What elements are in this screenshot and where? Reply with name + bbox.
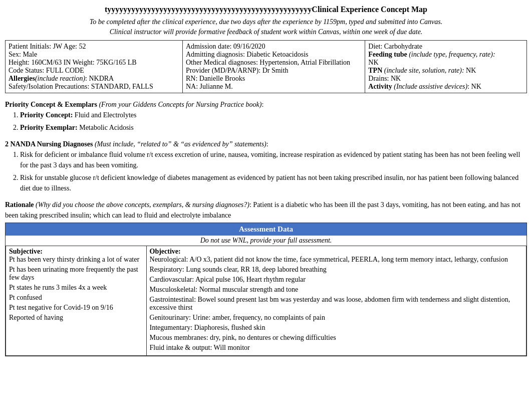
subjective-item: Reported of having (9, 314, 143, 322)
objective-item: Musculoskeletal: Normal muscular strengt… (150, 286, 523, 294)
admitting-diagnosis: Admitting diagnosis: Diabetic Ketoacidos… (186, 51, 362, 59)
rn-name: RN: Danielle Brooks (186, 75, 362, 83)
objective-label: Objective: (150, 248, 523, 256)
priority-item2: Priority Exemplar: Metabolic Acidosis (20, 122, 527, 133)
assessment-header: Assessment Data (6, 223, 526, 236)
na-name: NA: Julianne M. (186, 83, 362, 91)
nanda-section: 2 NANDA Nursing Diagnoses (Must include,… (5, 137, 527, 197)
assessment-section: Assessment Data Do not use WNL, provide … (5, 223, 527, 356)
nanda-dx1: Risk for deficient or imbalance fluid vo… (20, 149, 527, 170)
diet: Diet: Carbohydrate (368, 43, 523, 51)
page-title: tyyyyyyyyyyyyyyyyyyyyyyyyyyyyyyyyyyyyyyy… (5, 5, 527, 14)
subjective-item: Pt test negative for Covid-19 on 9/16 (9, 304, 143, 312)
patient-sex: Sex: Male (9, 51, 179, 59)
feeding-tube-value: NK (368, 59, 378, 66)
priority-exemplar-label: Priority Exemplar: (20, 124, 78, 131)
feeding-tube: Feeding tube (include type, frequency, r… (368, 51, 523, 67)
priority-section: Priority Concept & Exemplars (From your … (5, 97, 527, 137)
feeding-tube-label: Feeding tube (368, 51, 407, 58)
objective-item: Integumentary: Diaphoresis, flushed skin (150, 324, 523, 332)
nanda-colon: : (267, 140, 269, 148)
nanda-list: Risk for deficient or imbalance fluid vo… (20, 149, 527, 193)
priority-item1: Priority Concept: Fluid and Electrolytes (20, 110, 527, 120)
objective-items: Neurological: A/O x3, patient did not kn… (150, 256, 523, 352)
objective-item: Respiratory: Lung sounds clear, RR 18, d… (150, 266, 523, 274)
priority-list: Priority Concept: Fluid and Electrolytes… (20, 110, 527, 133)
priority-concept-label: Priority Concept: (20, 111, 73, 119)
objective-item: Genitourinary: Urine: amber, frequency, … (150, 314, 523, 322)
tpn: TPN (include site, solution, rate): NK (368, 67, 523, 75)
nanda-note: (Must include, “related to” & “as eviden… (95, 140, 267, 148)
objective-item: Gastrointestinal: Bowel sound present la… (150, 296, 523, 312)
subjective-col: Subjective: Pt has been very thirsty dri… (6, 246, 147, 356)
allergies-label: Allergies (9, 75, 35, 82)
subjective-item: Pt confused (9, 294, 143, 302)
drains: Drains: NK (368, 75, 523, 83)
objective-item: Mucous membranes: dry, pink, no dentures… (150, 334, 523, 342)
tpn-value: NK (466, 67, 476, 74)
activity-note: (Include assistive devices) (394, 83, 467, 90)
allergies-value: : NKDRA (85, 75, 114, 82)
patient-initials-age: Patient Initials: JW Age: 52 (9, 43, 179, 51)
admission-date: Admission date: 09/16/2020 (186, 43, 362, 51)
nanda-dx2: Risk for unstable glucose r/t deficient … (20, 172, 527, 193)
objective-item: Fluid intake & output: Will monitor (150, 344, 523, 352)
priority-concept-value: Fluid and Electrolytes (75, 111, 137, 119)
objective-col: Objective: Neurological: A/O x3, patient… (146, 246, 526, 356)
subjective-item: Pt has been urinating more frequently th… (9, 266, 143, 282)
patient-col2: Admission date: 09/16/2020 Admitting dia… (182, 41, 365, 93)
activity-label: Activity (368, 83, 392, 90)
rationale-section: Rationale (Why did you choose the above … (5, 197, 527, 223)
subjective-item: Pt states he runs 3 miles 4x a week (9, 284, 143, 292)
activity-value: : NK (467, 83, 481, 90)
allergies-note: (include reaction) (35, 75, 85, 82)
page-container: tyyyyyyyyyyyyyyyyyyyyyyyyyyyyyyyyyyyyyyy… (5, 5, 527, 356)
patient-col1: Patient Initials: JW Age: 52 Sex: Male H… (6, 41, 183, 93)
tpn-note: (include site, solution, rate): (384, 67, 464, 74)
subjective-items: Pt has been very thirsty drinking a lot … (9, 256, 143, 322)
activity: Activity (Include assistive devices): NK (368, 83, 523, 91)
assessment-table: Subjective: Pt has been very thirsty dri… (6, 246, 526, 356)
priority-colon: : (261, 101, 263, 108)
patient-safety: Safety/Isolation Precautions: STANDARD, … (9, 83, 179, 91)
priority-exemplar-value: Metabolic Acidosis (79, 124, 134, 131)
patient-col3: Diet: Carbohydrate Feeding tube (include… (365, 41, 527, 93)
priority-note: (From your Giddens Concepts for Nursing … (99, 101, 261, 108)
objective-item: Neurological: A/O x3, patient did not kn… (150, 256, 523, 264)
patient-allergies: Allergies(include reaction): NKDRA (9, 75, 179, 83)
feeding-tube-note: (include type, frequency, rate): (409, 51, 495, 58)
subtitle1: To be completed after the clinical exper… (5, 18, 527, 26)
subtitle2: Clinical instructor will provide formati… (5, 28, 527, 36)
objective-item: Cardiovascular: Apical pulse 106, Heart … (150, 276, 523, 284)
other-diagnoses: Other Medical diagnoses: Hypertension, A… (186, 59, 362, 67)
patient-info-table: Patient Initials: JW Age: 52 Sex: Male H… (5, 40, 527, 93)
priority-header: Priority Concept & Exemplars (5, 101, 97, 108)
subjective-label: Subjective: (9, 248, 143, 256)
subjective-item: Pt has been very thirsty drinking a lot … (9, 256, 143, 264)
rationale-note: (Why did you choose the above concepts, … (36, 201, 249, 209)
patient-height-weight: Height: 160CM/63 IN Weight: 75KG/165 LB (9, 59, 179, 67)
rationale-label: Rationale (5, 201, 34, 209)
tpn-label: TPN (368, 67, 382, 74)
provider: Provider (MD/PA/ARNP): Dr Smith (186, 67, 362, 75)
assessment-subheader: Do not use WNL, provide your full assess… (6, 236, 526, 246)
patient-code-status: Code Status: FULL CODE (9, 67, 179, 75)
nanda-header: 2 NANDA Nursing Diagnoses (5, 140, 93, 148)
